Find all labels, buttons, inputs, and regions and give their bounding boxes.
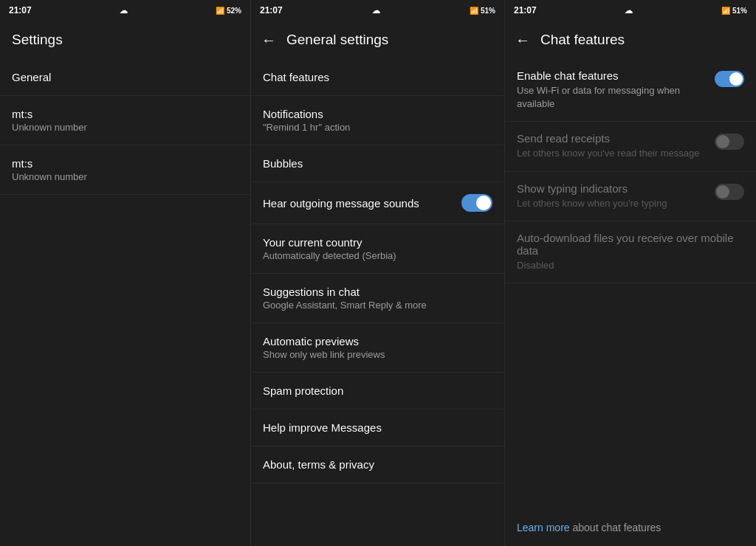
bubbles-text: Bubbles <box>263 157 492 170</box>
signal-icon-left: 📶 <box>216 7 224 15</box>
chat-features-label: Chat features <box>263 71 492 83</box>
suggestions-subtitle: Google Assistant, Smart Reply & more <box>263 300 492 311</box>
learn-more-suffix: about chat features <box>570 522 662 533</box>
chat-features-title: Chat features <box>540 32 625 48</box>
current-country-text: Your current country Automatically detec… <box>263 236 492 261</box>
hear-outgoing-text: Hear outgoing message sounds <box>263 197 453 210</box>
notifications-label: Notifications <box>263 108 492 120</box>
status-bar-left: 21:07 ☁ 📶 52% <box>0 0 250 21</box>
menu-item-current-country[interactable]: Your current country Automatically detec… <box>251 224 504 274</box>
chat-features-text: Chat features <box>263 71 492 83</box>
panel-right: 21:07 ☁ 📶 51% ← Chat features Enable cha… <box>505 0 756 546</box>
spam-protection-label: Spam protection <box>263 384 492 397</box>
notifications-subtitle: "Remind 1 hr" action <box>263 122 492 133</box>
auto-download-label: Auto-download files you receive over mob… <box>517 232 744 257</box>
about-terms-text: About, terms & privacy <box>263 458 492 471</box>
signal-icon-mid: 📶 <box>470 7 478 15</box>
cloud-icon-left: ☁ <box>120 6 128 15</box>
menu-item-about-terms[interactable]: About, terms & privacy <box>251 446 504 483</box>
panel-mid: 21:07 ☁ 📶 51% ← General settings Chat fe… <box>251 0 505 546</box>
menu-item-bubbles[interactable]: Bubbles <box>251 145 504 182</box>
typing-indicators-label: Show typing indicators <box>517 182 706 195</box>
auto-previews-subtitle: Show only web link previews <box>263 349 492 360</box>
status-bar-right: 21:07 ☁ 📶 51% <box>505 0 756 21</box>
time-left: 21:07 <box>9 5 32 15</box>
status-icons-right: 📶 51% <box>721 7 747 15</box>
screen-container: 21:07 ☁ 📶 52% Settings General mt:s Unkn… <box>0 0 756 546</box>
mts2-title: mt:s <box>12 157 238 170</box>
sidebar-item-mts1[interactable]: mt:s Unknown number <box>0 96 250 145</box>
learn-more-link[interactable]: Learn more <box>517 522 570 533</box>
suggestions-text: Suggestions in chat Google Assistant, Sm… <box>263 286 492 311</box>
feature-item-auto-download[interactable]: Auto-download files you receive over mob… <box>505 221 756 283</box>
spam-protection-text: Spam protection <box>263 384 492 397</box>
read-receipts-label: Send read receipts <box>517 132 706 145</box>
general-label: General <box>12 71 238 83</box>
read-receipts-toggle-thumb <box>716 135 729 148</box>
hear-outgoing-toggle[interactable] <box>461 194 492 212</box>
typing-indicators-toggle[interactable] <box>715 184 744 200</box>
header-mid: ← General settings <box>251 21 504 59</box>
general-settings-list: Chat features Notifications "Remind 1 hr… <box>251 59 504 546</box>
settings-list: General mt:s Unknown number mt:s Unknown… <box>0 59 250 546</box>
signal-icon-right: 📶 <box>721 7 730 15</box>
typing-indicators-text: Show typing indicators Let others know w… <box>517 182 706 210</box>
menu-item-spam-protection[interactable]: Spam protection <box>251 373 504 410</box>
auto-previews-label: Automatic previews <box>263 335 492 348</box>
enable-chat-toggle[interactable] <box>715 71 744 87</box>
cloud-icon-mid: ☁ <box>372 6 380 15</box>
mts2-subtitle: Unknown number <box>12 171 238 182</box>
back-arrow-mid[interactable]: ← <box>261 32 276 49</box>
general-settings-title: General settings <box>286 32 388 48</box>
enable-chat-label: Enable chat features <box>517 69 706 82</box>
typing-toggle-thumb <box>716 185 729 198</box>
menu-item-notifications[interactable]: Notifications "Remind 1 hr" action <box>251 96 504 145</box>
sidebar-item-mts2[interactable]: mt:s Unknown number <box>0 145 250 195</box>
hear-outgoing-label: Hear outgoing message sounds <box>263 197 453 210</box>
toggle-thumb <box>476 196 491 210</box>
read-receipts-toggle[interactable] <box>715 134 744 150</box>
current-country-label: Your current country <box>263 236 492 249</box>
status-bar-mid: 21:07 ☁ 📶 51% <box>251 0 504 21</box>
menu-item-help-improve[interactable]: Help improve Messages <box>251 410 504 446</box>
back-arrow-right[interactable]: ← <box>515 32 530 49</box>
typing-indicators-subtitle: Let others know when you're typing <box>517 197 706 210</box>
menu-item-suggestions[interactable]: Suggestions in chat Google Assistant, Sm… <box>251 274 504 323</box>
header-left: Settings <box>0 21 250 59</box>
panel-left: 21:07 ☁ 📶 52% Settings General mt:s Unkn… <box>0 0 251 546</box>
menu-item-chat-features[interactable]: Chat features <box>251 59 504 96</box>
suggestions-label: Suggestions in chat <box>263 286 492 298</box>
mts1-title: mt:s <box>12 108 238 120</box>
battery-mid: 51% <box>481 7 495 15</box>
about-terms-label: About, terms & privacy <box>263 458 492 471</box>
bubbles-label: Bubbles <box>263 157 492 170</box>
status-icons-left: 📶 52% <box>216 7 241 15</box>
enable-chat-text: Enable chat features Use Wi-Fi or data f… <box>517 69 706 111</box>
notifications-text: Notifications "Remind 1 hr" action <box>263 108 492 133</box>
learn-more-section: Learn more about chat features <box>505 509 756 546</box>
menu-item-auto-previews[interactable]: Automatic previews Show only web link pr… <box>251 323 504 373</box>
read-receipts-subtitle: Let others know you've read their messag… <box>517 147 706 160</box>
battery-right: 51% <box>732 7 747 15</box>
help-improve-label: Help improve Messages <box>263 421 492 434</box>
status-icons-mid: 📶 51% <box>470 7 495 15</box>
auto-download-text: Auto-download files you receive over mob… <box>517 232 744 272</box>
sidebar-item-general[interactable]: General <box>0 59 250 96</box>
read-receipts-text: Send read receipts Let others know you'v… <box>517 132 706 160</box>
feature-item-read-receipts[interactable]: Send read receipts Let others know you'v… <box>505 122 756 171</box>
auto-previews-text: Automatic previews Show only web link pr… <box>263 335 492 360</box>
menu-item-hear-outgoing[interactable]: Hear outgoing message sounds <box>251 182 504 224</box>
auto-download-subtitle: Disabled <box>517 259 744 272</box>
cloud-icon-right: ☁ <box>625 6 633 15</box>
mts1-subtitle: Unknown number <box>12 122 238 133</box>
current-country-subtitle: Automatically detected (Serbia) <box>263 250 492 261</box>
time-mid: 21:07 <box>260 5 283 15</box>
help-improve-text: Help improve Messages <box>263 421 492 434</box>
feature-item-typing-indicators[interactable]: Show typing indicators Let others know w… <box>505 172 756 221</box>
header-right: ← Chat features <box>505 21 756 59</box>
chat-features-list: Enable chat features Use Wi-Fi or data f… <box>505 59 756 509</box>
battery-left: 52% <box>227 7 241 15</box>
enable-chat-toggle-thumb <box>729 72 743 86</box>
time-right: 21:07 <box>514 5 537 15</box>
feature-item-enable-chat[interactable]: Enable chat features Use Wi-Fi or data f… <box>505 59 756 122</box>
